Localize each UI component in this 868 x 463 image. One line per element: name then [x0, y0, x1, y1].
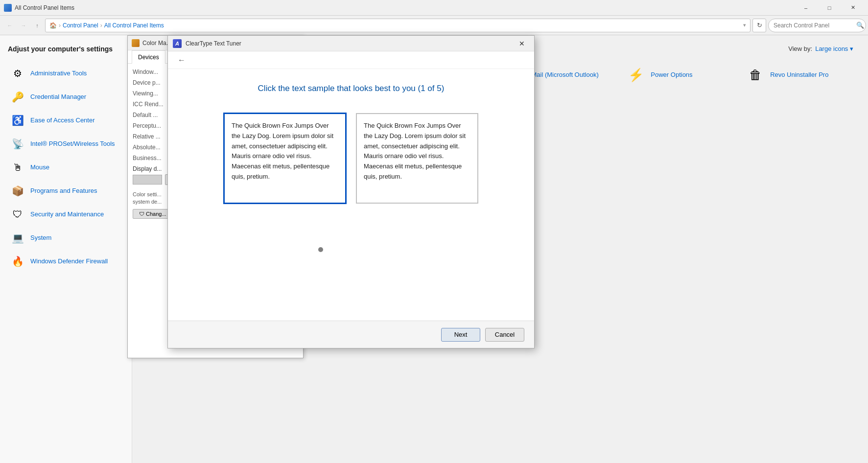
sidebar-label-intel: Intel® PROSet/Wireless Tools — [30, 140, 115, 148]
ct-sample-1-text: The Quick Brown Fox Jumps Over the Lazy … — [232, 122, 333, 180]
title-bar: All Control Panel Items – □ ✕ — [0, 0, 868, 16]
sidebar-label-ease: Ease of Access Center — [30, 116, 95, 125]
sidebar: Adjust your computer's settings ⚙ Admini… — [0, 35, 132, 463]
separator1: › — [59, 22, 61, 29]
right-item-power[interactable]: ⚡ Power Options — [624, 62, 734, 88]
cm-change-button[interactable]: 🛡 Chang... — [133, 209, 173, 219]
ct-body: Click the text sample that looks best to… — [168, 69, 534, 321]
security-icon: 🛡 — [10, 207, 25, 222]
sidebar-label-credential: Credential Manager — [30, 93, 86, 101]
right-label-power: Power Options — [651, 71, 692, 79]
ct-title-bar: A ClearType Text Tuner ✕ — [168, 36, 534, 51]
sidebar-label-security: Security and Maintenance — [30, 210, 104, 219]
ct-title-text: ClearType Text Tuner — [186, 40, 515, 47]
ct-close-button[interactable]: ✕ — [515, 36, 529, 51]
window-close-button[interactable]: ✕ — [842, 0, 864, 16]
window-title: All Control Panel Items — [15, 4, 795, 11]
ct-instruction: Click the text sample that looks best to… — [192, 84, 510, 93]
ct-sample-2-text: The Quick Brown Fox Jumps Over the Lazy … — [364, 122, 466, 180]
credential-icon: 🔑 — [10, 89, 25, 105]
mouse-icon: 🖱 — [10, 160, 25, 175]
window-controls: – □ ✕ — [795, 0, 864, 16]
search-input[interactable] — [768, 19, 866, 32]
view-by-value[interactable]: Large icons ▾ — [815, 45, 853, 52]
cm-tab-devices[interactable]: Devices — [132, 50, 165, 64]
right-label-revo: Revo Uninstaller Pro — [770, 71, 828, 79]
search-icon: 🔍 — [856, 22, 864, 29]
right-item-revo[interactable]: 🗑 Revo Uninstaller Pro — [744, 62, 853, 88]
address-control-panel[interactable]: Control Panel — [63, 22, 98, 29]
ct-title-icon: A — [173, 39, 182, 48]
cm-window-icon — [132, 39, 140, 47]
sidebar-label-defender: Windows Defender Firewall — [30, 257, 108, 266]
right-label-mail: Mail (Microsoft Outlook) — [531, 71, 598, 79]
maximize-button[interactable]: □ — [818, 0, 841, 16]
sidebar-item-admin[interactable]: ⚙ Administrative Tools — [8, 63, 124, 84]
sidebar-item-security[interactable]: 🛡 Security and Maintenance — [8, 204, 124, 225]
back-button[interactable]: ← — [4, 20, 16, 31]
programs-icon: 📦 — [10, 183, 25, 199]
minimize-button[interactable]: – — [795, 0, 817, 16]
sidebar-item-intel[interactable]: 📡 Intel® PROSet/Wireless Tools — [8, 133, 124, 155]
system-icon: 💻 — [10, 230, 25, 246]
defender-icon: 🔥 — [10, 254, 25, 269]
sidebar-label-mouse: Mouse — [30, 163, 49, 172]
sidebar-item-defender[interactable]: 🔥 Windows Defender Firewall — [8, 251, 124, 272]
sidebar-label-admin: Administrative Tools — [30, 69, 87, 78]
view-by-label: View by: — [788, 45, 812, 52]
sidebar-item-system[interactable]: 💻 System — [8, 227, 124, 249]
sidebar-item-programs[interactable]: 📦 Programs and Features — [8, 180, 124, 202]
ct-samples: The Quick Brown Fox Jumps Over the Lazy … — [192, 113, 510, 311]
ct-sample-2[interactable]: The Quick Brown Fox Jumps Over the Lazy … — [356, 113, 478, 204]
cm-display-control — [133, 175, 162, 185]
ct-cancel-button[interactable]: Cancel — [485, 328, 524, 342]
ct-back-button[interactable]: ← — [175, 53, 188, 67]
forward-button[interactable]: → — [18, 20, 29, 31]
sidebar-item-credential[interactable]: 🔑 Credential Manager — [8, 86, 124, 108]
address-home-icon: 🏠 — [49, 22, 57, 29]
refresh-button[interactable]: ↻ — [752, 19, 766, 32]
sidebar-item-mouse[interactable]: 🖱 Mouse — [8, 157, 124, 178]
address-path[interactable]: 🏠 › Control Panel › All Control Panel It… — [45, 19, 751, 32]
ct-sample-1[interactable]: The Quick Brown Fox Jumps Over the Lazy … — [224, 113, 346, 204]
up-button[interactable]: ↑ — [31, 20, 43, 31]
ct-back-bar: ← — [168, 51, 534, 69]
window-icon — [4, 4, 12, 12]
sidebar-label-system: System — [30, 234, 51, 242]
intel-icon: 📡 — [10, 136, 25, 152]
power-icon: ⚡ — [626, 65, 646, 85]
cleartype-dialog: A ClearType Text Tuner ✕ ← Click the tex… — [167, 35, 535, 348]
admin-icon: ⚙ — [10, 66, 25, 81]
ease-icon: ♿ — [10, 113, 25, 128]
ct-footer: Next Cancel — [168, 321, 534, 348]
separator2: › — [100, 22, 102, 29]
sidebar-title: Adjust your computer's settings — [8, 45, 124, 53]
revo-icon: 🗑 — [746, 65, 765, 85]
address-dropdown[interactable]: ▾ — [743, 22, 746, 28]
ct-next-button[interactable]: Next — [441, 328, 480, 342]
address-all-items[interactable]: All Control Panel Items — [104, 22, 164, 29]
address-bar: ← → ↑ 🏠 › Control Panel › All Control Pa… — [0, 16, 868, 35]
sidebar-label-programs: Programs and Features — [30, 187, 97, 195]
sidebar-item-ease[interactable]: ♿ Ease of Access Center — [8, 110, 124, 131]
